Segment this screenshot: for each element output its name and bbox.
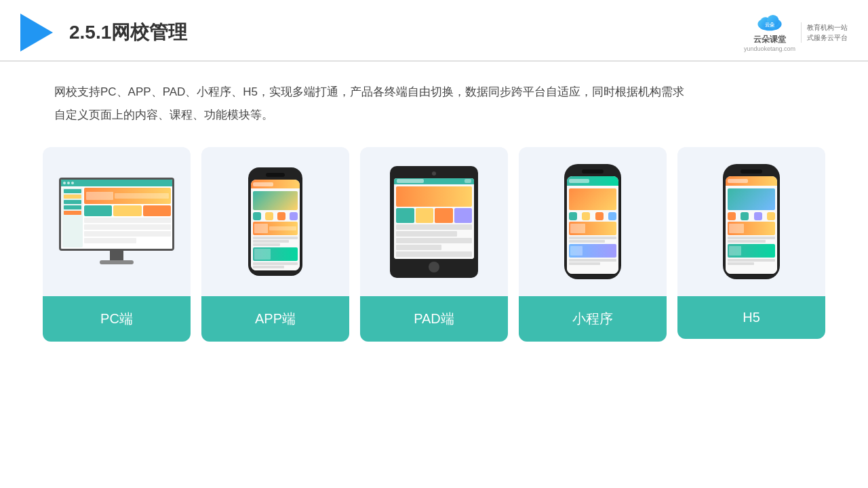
card-h5: H5 — [677, 147, 825, 339]
brand-slogan: 教育机构一站 式服务云平台 — [801, 22, 848, 43]
header: 2.5.1网校管理 云朵 云朵课堂 yunduoketang.com — [0, 0, 868, 62]
logo-icon — [20, 14, 53, 52]
card-pc-label: PC端 — [43, 296, 191, 342]
card-miniapp-label: 小程序 — [519, 296, 667, 342]
cards-container: PC端 — [0, 140, 868, 355]
card-app-label: APP端 — [201, 296, 349, 342]
svg-text:云朵: 云朵 — [765, 22, 775, 28]
phone-mockup-miniapp — [564, 164, 621, 279]
card-h5-image — [677, 147, 825, 296]
brand-url: yunduoketang.com — [744, 45, 795, 52]
pc-monitor-mockup — [59, 178, 174, 266]
phone-mockup-h5 — [723, 164, 780, 279]
tablet-mockup — [390, 166, 478, 278]
card-pad-image — [360, 147, 508, 296]
page-title: 2.5.1网校管理 — [69, 20, 187, 45]
cloud-icon: 云朵 — [753, 12, 786, 34]
card-miniapp: 小程序 — [519, 147, 667, 342]
header-right: 云朵 云朵课堂 yunduoketang.com 教育机构一站 式服务云平台 — [744, 12, 848, 52]
card-app-image — [201, 147, 349, 296]
card-pad-label: PAD端 — [360, 296, 508, 342]
card-pc-image — [43, 147, 191, 296]
description-text: 网校支持PC、APP、PAD、小程序、H5，实现多端打通，产品各终端自由切换，数… — [0, 62, 746, 140]
card-miniapp-image — [519, 147, 667, 296]
card-h5-label: H5 — [677, 296, 825, 339]
brand-name-text: 云朵课堂 — [753, 34, 786, 45]
card-pc: PC端 — [43, 147, 191, 342]
phone-mockup-app — [248, 167, 302, 276]
header-left: 2.5.1网校管理 — [20, 14, 187, 52]
card-app: APP端 — [201, 147, 349, 342]
card-pad: PAD端 — [360, 147, 508, 342]
brand-logo: 云朵 云朵课堂 yunduoketang.com — [744, 12, 795, 52]
